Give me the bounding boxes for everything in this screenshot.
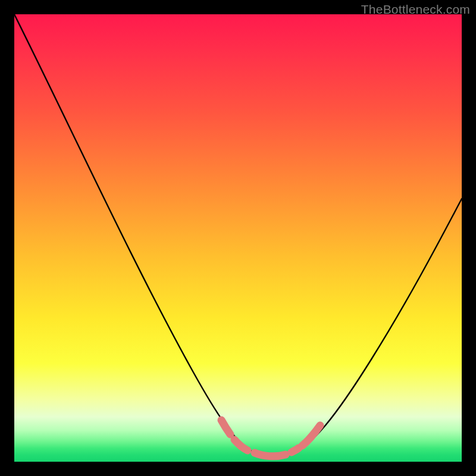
watermark-text: TheBottleneck.com: [361, 2, 470, 17]
highlight-seg-4: [292, 448, 299, 452]
highlight-seg-3: [255, 453, 286, 456]
highlight-seg-1: [221, 420, 230, 434]
highlight-seg-2: [234, 440, 248, 450]
chart-frame: TheBottleneck.com: [0, 0, 476, 476]
curve-layer: [14, 14, 462, 462]
plot-area: [14, 14, 462, 462]
highlight-segments: [221, 420, 320, 456]
highlight-seg-5: [302, 425, 320, 446]
bottleneck-curve: [14, 14, 462, 457]
